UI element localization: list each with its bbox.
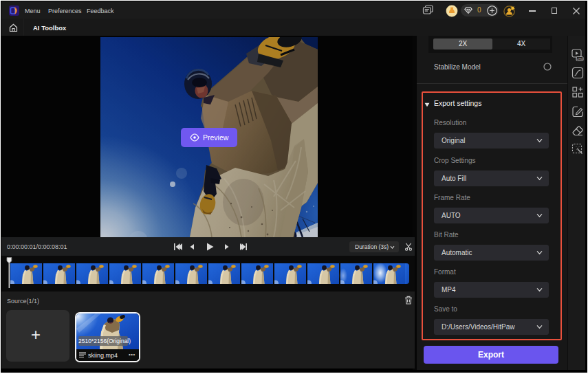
svg-text:UHD: UHD [576, 57, 583, 60]
